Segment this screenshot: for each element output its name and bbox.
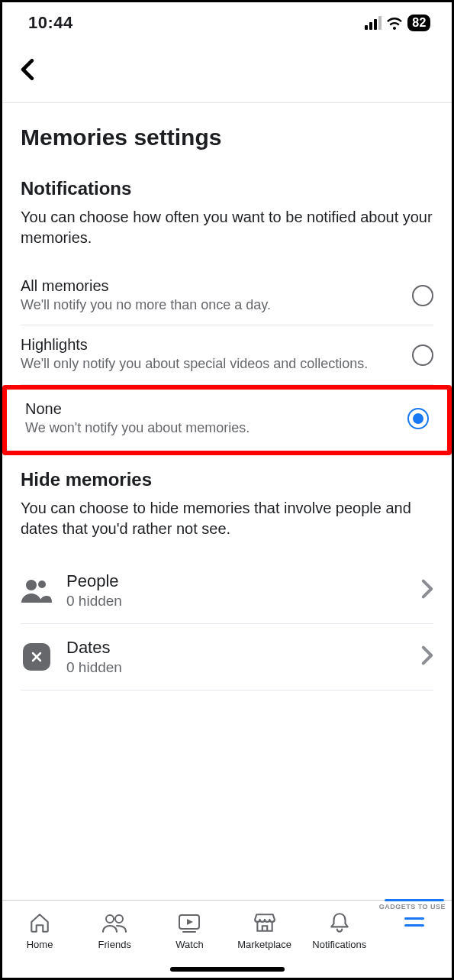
option-highlights[interactable]: Highlights We'll only notify you about s… (21, 325, 433, 384)
tab-friends[interactable]: Friends (77, 901, 152, 978)
dates-icon (23, 643, 50, 671)
svg-point-1 (38, 581, 46, 588)
svg-point-0 (26, 580, 37, 590)
notifications-desc: You can choose how often you want to be … (21, 207, 433, 248)
wifi-icon (386, 16, 403, 30)
tab-label: Notifications (312, 939, 366, 950)
friends-icon (101, 911, 127, 934)
chevron-right-icon (421, 645, 433, 668)
tab-label: Watch (175, 939, 203, 950)
radio-unselected[interactable] (412, 285, 433, 306)
status-right: 82 (365, 15, 430, 31)
hide-desc: You can choose to hide memories that inv… (21, 498, 433, 539)
status-bar: 10:44 82 (2, 2, 452, 40)
hide-item-sub: 0 hidden (66, 593, 407, 610)
chevron-left-icon (19, 59, 36, 80)
option-all-memories[interactable]: All memories We'll notify you no more th… (21, 267, 433, 325)
people-icon (21, 574, 53, 606)
tab-watch[interactable]: Watch (152, 901, 227, 978)
tab-home[interactable]: Home (2, 901, 77, 978)
tab-marketplace[interactable]: Marketplace (227, 901, 302, 978)
option-sub: We won't notify you about memories. (25, 419, 398, 437)
tab-notifications[interactable]: Notifications (302, 901, 377, 978)
option-title: All memories (21, 277, 403, 295)
marketplace-icon (253, 911, 276, 934)
hide-item-title: People (66, 571, 407, 591)
chevron-right-icon (421, 579, 433, 602)
watch-icon (177, 911, 201, 934)
tab-label: Home (27, 939, 53, 950)
hide-item-sub: 0 hidden (66, 659, 407, 676)
option-title: Highlights (21, 336, 403, 354)
page-title: Memories settings (21, 125, 433, 150)
svg-point-3 (106, 915, 114, 923)
divider (2, 102, 452, 103)
tab-bar: Home Friends Watch Marketplace Notificat… (2, 900, 452, 978)
notifications-heading: Notifications (21, 178, 433, 199)
annotation-highlight: None We won't notify you about memories. (2, 385, 452, 455)
radio-selected[interactable] (407, 408, 429, 429)
tab-menu[interactable] (377, 901, 452, 978)
hide-row-dates[interactable]: Dates 0 hidden (21, 624, 433, 691)
option-sub: We'll only notify you about special vide… (21, 355, 403, 373)
battery-icon: 82 (407, 15, 430, 31)
option-sub: We'll notify you no more than once a day… (21, 296, 403, 314)
option-title: None (25, 400, 398, 418)
bell-icon (329, 911, 350, 934)
option-none[interactable]: None We won't notify you about memories. (21, 394, 433, 443)
menu-icon (404, 911, 424, 927)
svg-point-4 (115, 915, 123, 923)
hide-heading: Hide memories (21, 469, 433, 490)
cellular-icon (365, 16, 382, 30)
hide-item-title: Dates (66, 638, 407, 658)
hide-row-people[interactable]: People 0 hidden (21, 558, 433, 624)
nav-header (2, 40, 452, 92)
tab-label: Friends (98, 939, 131, 950)
home-icon (28, 911, 51, 934)
back-button[interactable] (14, 54, 40, 87)
tab-label: Marketplace (237, 939, 291, 950)
watermark: GADGETS TO USE (379, 903, 446, 910)
radio-unselected[interactable] (412, 344, 433, 366)
status-time: 10:44 (28, 13, 73, 33)
home-indicator[interactable] (170, 967, 285, 972)
